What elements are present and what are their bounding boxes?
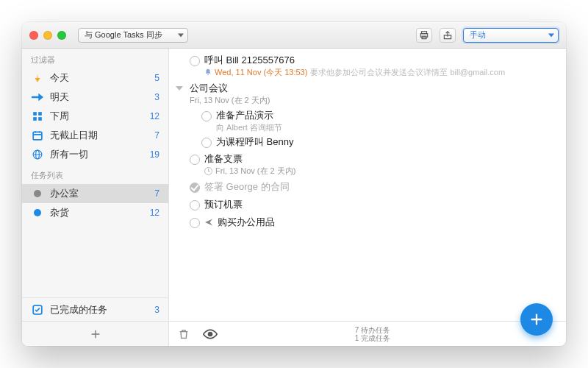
- sidebar-item-count: 7: [146, 130, 159, 141]
- sync-select[interactable]: 与 Google Tasks 同步: [78, 28, 188, 43]
- svg-rect-8: [33, 132, 42, 140]
- sync-select-label: 与 Google Tasks 同步: [85, 29, 162, 40]
- task-checkbox[interactable]: [201, 138, 212, 148]
- filters-header: 过滤器: [22, 49, 168, 68]
- task-date: Fri, 13 Nov (在 2 天内): [215, 166, 295, 176]
- disclosure-chevron-icon[interactable]: [176, 86, 183, 91]
- svg-rect-6: [33, 117, 37, 121]
- globe-icon: [31, 148, 44, 161]
- sort-select-label: 手动: [470, 29, 486, 40]
- svg-rect-2: [422, 36, 426, 39]
- subtask-note: 向 Albert 咨询细节: [184, 122, 566, 132]
- task-title: 呼叫 Bill 2125557676: [204, 54, 557, 67]
- task-checkbox[interactable]: [190, 56, 200, 66]
- chevron-down-icon: [178, 33, 184, 37]
- dot-icon: [31, 206, 44, 219]
- task-title: 预订机票: [204, 198, 557, 211]
- trash-button[interactable]: [178, 328, 190, 340]
- sidebar-item-count: 5: [146, 73, 159, 83]
- sidebar-filter-nodate[interactable]: 无截止日期 7: [22, 126, 168, 145]
- eye-button[interactable]: [203, 329, 218, 339]
- task-checkbox[interactable]: [190, 155, 200, 165]
- sidebar-list-grocery[interactable]: 杂货 12: [22, 203, 168, 222]
- task-row[interactable]: 准备支票 Fri, 13 Nov (在 2 天内): [169, 150, 566, 178]
- sidebar-filter-nextweek[interactable]: 下周 12: [22, 107, 168, 126]
- share-button[interactable]: [440, 28, 456, 43]
- zoom-dot[interactable]: [57, 31, 66, 40]
- sort-select[interactable]: 手动: [463, 28, 559, 43]
- sidebar-item-label: 已完成的任务: [50, 303, 140, 316]
- subtask-title: 准备产品演示: [216, 109, 557, 122]
- lists-header: 任务列表: [22, 164, 168, 184]
- task-row[interactable]: 呼叫 Bill 2125557676 Wed, 11 Nov (今天 13:53…: [169, 52, 566, 79]
- send-icon: [204, 218, 213, 227]
- close-dot[interactable]: [29, 31, 38, 40]
- clock-icon: [204, 167, 212, 175]
- sidebar-item-count: 12: [146, 111, 159, 121]
- print-button[interactable]: [416, 28, 432, 43]
- sidebar-filter-tomorrow[interactable]: 明天 3: [22, 88, 168, 107]
- svg-rect-4: [33, 112, 37, 116]
- sidebar-item-count: 3: [146, 92, 159, 102]
- sidebar-item-count: 3: [146, 305, 159, 315]
- svg-point-19: [209, 332, 212, 336]
- task-checkbox[interactable]: [201, 111, 212, 121]
- sidebar-item-count: 7: [146, 188, 159, 199]
- svg-point-18: [207, 74, 209, 76]
- task-checkbox[interactable]: [190, 218, 200, 228]
- sidebar-item-count: 19: [146, 149, 159, 160]
- task-checkbox[interactable]: [190, 200, 200, 210]
- chevron-down-icon: [548, 33, 554, 37]
- task-title: 购买办公用品: [218, 216, 275, 229]
- subtask-row[interactable]: 准备产品演示: [169, 107, 566, 124]
- sidebar-item-label: 下周: [50, 110, 140, 123]
- task-row[interactable]: 预订机票: [169, 196, 566, 213]
- task-title: 公司会议: [190, 82, 557, 95]
- subtask-title: 为课程呼叫 Benny: [216, 135, 557, 149]
- task-note: 要求他参加公司会议并发送会议详情至 bill@gmail.com: [310, 67, 505, 77]
- subtask-row[interactable]: 为课程呼叫 Benny: [169, 134, 566, 150]
- sidebar-item-label: 明天: [50, 91, 140, 104]
- task-row[interactable]: 签署 George 的合同: [169, 178, 566, 196]
- dot-icon: [31, 187, 44, 200]
- sidebar-filter-all[interactable]: 所有一切 19: [22, 145, 168, 164]
- sidebar-list-office[interactable]: 办公室 7: [22, 184, 168, 203]
- sidebar-item-label: 办公室: [50, 187, 140, 200]
- task-title: 签署 George 的合同: [204, 180, 557, 194]
- week-icon: [31, 110, 44, 123]
- task-date: Wed, 11 Nov (今天 13:53): [215, 67, 307, 77]
- nodate-icon: [31, 129, 44, 142]
- task-date: Fri, 13 Nov (在 2 天内): [190, 95, 270, 105]
- tomorrow-icon: [31, 91, 44, 104]
- svg-rect-5: [38, 112, 42, 116]
- minimize-dot[interactable]: [43, 31, 52, 40]
- sidebar-add-button[interactable]: [22, 321, 168, 346]
- task-row[interactable]: 公司会议 Fri, 13 Nov (在 2 天内): [169, 79, 566, 107]
- add-task-fab[interactable]: [520, 303, 553, 336]
- sidebar-completed[interactable]: 已完成的任务 3: [22, 297, 168, 321]
- sidebar-item-label: 所有一切: [50, 148, 140, 161]
- svg-rect-7: [38, 117, 42, 121]
- task-title: 准备支票: [204, 152, 557, 166]
- task-checkbox[interactable]: [190, 183, 200, 193]
- sidebar-item-count: 12: [146, 208, 159, 218]
- traffic-lights[interactable]: [29, 31, 66, 40]
- bell-icon: [204, 68, 212, 76]
- sidebar-item-label: 无截止日期: [50, 129, 140, 142]
- check-icon: [31, 303, 44, 316]
- task-row[interactable]: 购买办公用品: [169, 213, 566, 231]
- today-icon: [31, 71, 44, 85]
- sidebar-item-label: 今天: [50, 71, 140, 85]
- task-stats: 7 待办任务 1 完成任务: [231, 326, 514, 342]
- sidebar-filter-today[interactable]: 今天 5: [22, 68, 168, 88]
- sidebar-item-label: 杂货: [50, 206, 140, 219]
